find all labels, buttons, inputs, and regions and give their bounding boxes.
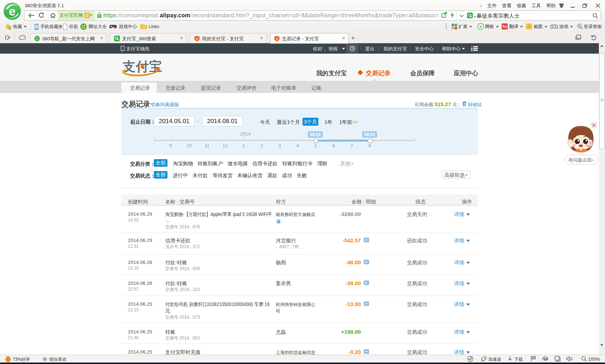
svg-text:支: 支 xyxy=(275,37,279,41)
svg-text:e: e xyxy=(9,4,16,18)
svg-text:支: 支 xyxy=(196,37,199,41)
